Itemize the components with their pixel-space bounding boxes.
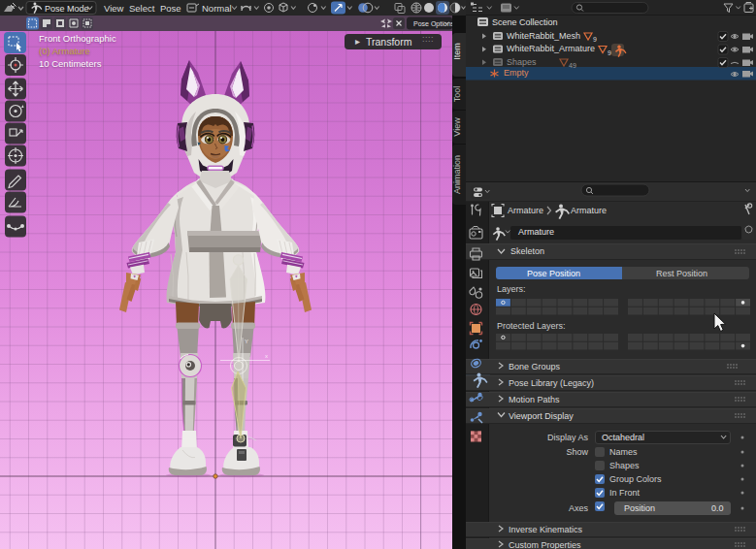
svg-text:Y: Y <box>245 339 248 344</box>
svg-text:9: 9 <box>593 36 597 43</box>
svg-text:49: 49 <box>569 62 576 69</box>
svg-text:9: 9 <box>608 49 611 56</box>
svg-text:x: x <box>265 353 268 359</box>
